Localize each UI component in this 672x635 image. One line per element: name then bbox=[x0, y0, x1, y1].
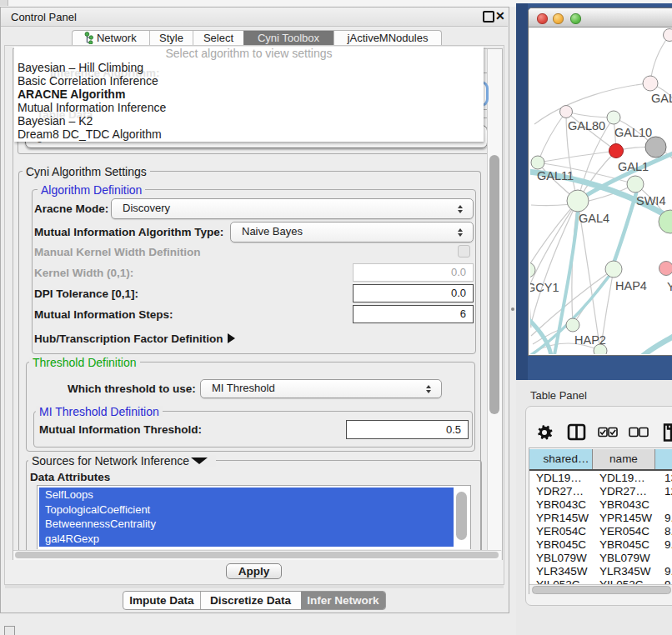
svg-text:GAL1: GAL1 bbox=[618, 160, 649, 173]
svg-text:HAP4: HAP4 bbox=[615, 279, 647, 292]
svg-text:HAP2: HAP2 bbox=[574, 333, 606, 347]
svg-text:GAL10: GAL10 bbox=[614, 126, 652, 139]
svg-text:GCY1: GCY1 bbox=[530, 281, 559, 294]
svg-text:Y: Y bbox=[667, 280, 672, 293]
svg-text:GAL11: GAL11 bbox=[537, 169, 574, 182]
svg-text:GAL2: GAL2 bbox=[651, 92, 672, 105]
svg-text:GAL4: GAL4 bbox=[579, 212, 609, 225]
svg-text:SWI4: SWI4 bbox=[636, 194, 665, 208]
svg-text:GAL80: GAL80 bbox=[568, 119, 605, 132]
